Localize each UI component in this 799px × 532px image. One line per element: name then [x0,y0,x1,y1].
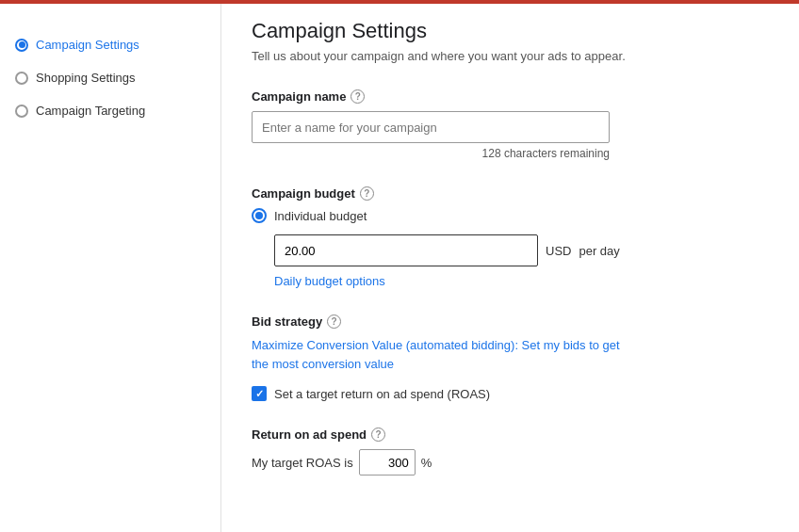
bid-strategy-label: Bid strategy ? [252,314,769,329]
sidebar-label-campaign-targeting: Campaign Targeting [36,104,145,118]
campaign-name-input[interactable] [252,111,610,143]
bid-strategy-description: Maximize Conversion Value (automated bid… [252,336,628,373]
roas-value-input[interactable] [359,449,416,476]
roas-label: Return on ad spend ? [252,427,769,442]
roas-input-row: My target ROAS is % [252,449,769,476]
sidebar-label-campaign-settings: Campaign Settings [36,38,139,52]
budget-currency: USD [546,244,571,258]
sidebar-item-campaign-settings[interactable]: Campaign Settings [0,28,220,61]
campaign-name-help-icon[interactable]: ? [351,89,365,104]
campaign-name-section: Campaign name ? 128 characters remaining [252,89,769,160]
sidebar-item-shopping-settings[interactable]: Shopping Settings [0,61,220,94]
sidebar-item-campaign-targeting[interactable]: Campaign Targeting [0,94,220,127]
individual-budget-radio-group: Individual budget [252,208,769,223]
individual-budget-label: Individual budget [274,209,367,223]
page-title: Campaign Settings [252,19,769,43]
roas-help-icon[interactable]: ? [371,427,385,442]
daily-budget-options-link[interactable]: Daily budget options [274,274,385,288]
roas-prefix: My target ROAS is [252,456,353,470]
main-content: Campaign Settings Tell us about your cam… [221,0,799,532]
budget-per-day: per day [579,244,619,258]
page-subtitle: Tell us about your campaign and where yo… [252,49,769,63]
bid-strategy-help-icon[interactable]: ? [327,314,341,329]
roas-checkbox-label: Set a target return on ad spend (ROAS) [274,387,490,401]
budget-value-input[interactable] [274,234,538,266]
roas-section: Return on ad spend ? My target ROAS is % [252,427,769,476]
sidebar: Campaign Settings Shopping Settings Camp… [0,0,221,532]
sidebar-radio-shopping-settings [15,72,28,85]
sidebar-radio-campaign-targeting [15,105,28,118]
roas-checkbox-row: Set a target return on ad spend (ROAS) [252,386,769,401]
sidebar-label-shopping-settings: Shopping Settings [36,71,136,85]
campaign-budget-label: Campaign budget ? [252,186,769,201]
campaign-name-label: Campaign name ? [252,89,769,104]
bid-strategy-section: Bid strategy ? Maximize Conversion Value… [252,314,769,401]
roas-suffix: % [421,456,432,470]
top-bar [0,0,799,4]
roas-checkbox[interactable] [252,386,267,401]
campaign-budget-help-icon[interactable]: ? [360,186,374,201]
budget-input-row: USD per day [274,234,769,266]
sidebar-radio-campaign-settings [15,39,28,52]
individual-budget-radio[interactable] [252,208,267,223]
char-remaining: 128 characters remaining [252,147,610,160]
campaign-budget-section: Campaign budget ? Individual budget USD … [252,186,769,288]
